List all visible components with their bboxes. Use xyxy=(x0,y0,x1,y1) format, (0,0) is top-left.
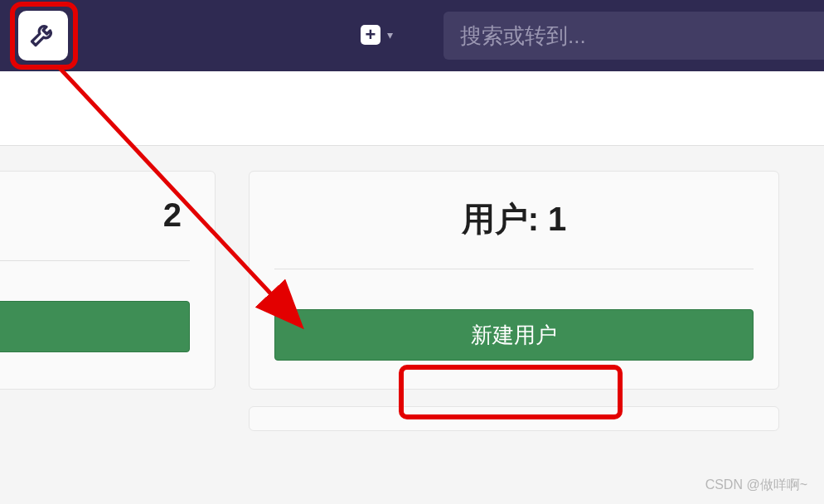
search-input[interactable] xyxy=(444,12,824,60)
users-card-title: 用户: 1 xyxy=(274,196,754,242)
dashboard-card-bottom xyxy=(249,406,779,431)
dashboard-cards-row: 2 用户: 1 新建用户 xyxy=(0,146,824,390)
plus-icon: + xyxy=(361,25,380,45)
dashboard-card-users: 用户: 1 新建用户 xyxy=(249,171,779,390)
card-divider xyxy=(0,260,190,261)
chevron-down-icon: ▾ xyxy=(387,28,393,41)
card-left-value: 2 xyxy=(0,196,190,234)
card-divider xyxy=(274,269,754,269)
nav-create-dropdown[interactable]: + ▾ xyxy=(361,25,393,45)
content-header xyxy=(0,71,824,146)
new-user-button[interactable]: 新建用户 xyxy=(274,309,754,361)
wrench-icon xyxy=(28,19,58,52)
admin-settings-button[interactable] xyxy=(18,11,68,61)
dashboard-card-left: 2 xyxy=(0,171,216,390)
watermark-text: CSDN @做咩啊~ xyxy=(705,477,807,494)
card-left-action-button[interactable] xyxy=(0,301,190,352)
top-navigation-bar: + ▾ xyxy=(0,0,824,71)
